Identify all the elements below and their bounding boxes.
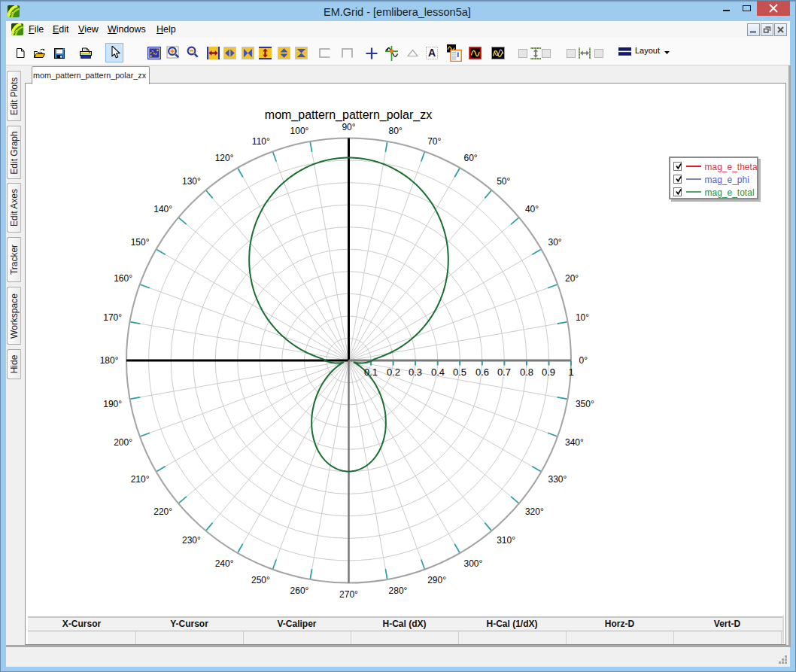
svg-text:280°: 280° (389, 585, 408, 596)
svg-text:170°: 170° (103, 312, 122, 323)
svg-text:1: 1 (568, 366, 573, 378)
svg-text:160°: 160° (114, 273, 132, 284)
svg-text:0.7: 0.7 (497, 366, 511, 378)
svg-text:290°: 290° (427, 575, 446, 585)
svg-text:0.3: 0.3 (409, 366, 422, 378)
svg-text:190°: 190° (103, 399, 122, 409)
svg-text:0.5: 0.5 (453, 366, 466, 378)
svg-text:0.4: 0.4 (431, 366, 445, 378)
svg-text:250°: 250° (251, 575, 270, 585)
svg-text:0.9: 0.9 (542, 366, 555, 378)
svg-text:70°: 70° (427, 136, 441, 147)
svg-text:180°: 180° (100, 355, 119, 366)
svg-text:0.1: 0.1 (364, 366, 378, 378)
svg-text:100°: 100° (290, 126, 309, 136)
svg-text:260°: 260° (290, 585, 309, 596)
svg-text:350°: 350° (576, 399, 594, 409)
svg-text:30°: 30° (548, 237, 562, 248)
svg-text:210°: 210° (131, 474, 150, 485)
svg-text:340°: 340° (565, 437, 584, 448)
svg-text:A: A (428, 47, 436, 59)
svg-text:60°: 60° (464, 153, 478, 163)
svg-text:90°: 90° (342, 122, 355, 132)
svg-text:50°: 50° (497, 176, 510, 187)
svg-text:220°: 220° (153, 506, 172, 517)
svg-text:300°: 300° (464, 558, 483, 569)
svg-text:330°: 330° (548, 474, 567, 485)
svg-text:150°: 150° (131, 237, 150, 248)
svg-text:80°: 80° (389, 126, 403, 136)
svg-text:120°: 120° (215, 153, 234, 163)
svg-text:10°: 10° (576, 312, 589, 323)
svg-text:110°: 110° (252, 136, 270, 147)
svg-text:230°: 230° (182, 535, 201, 546)
svg-text:310°: 310° (497, 535, 515, 546)
svg-text:0.2: 0.2 (387, 366, 400, 378)
svg-text:20°: 20° (565, 273, 579, 284)
svg-text:130°: 130° (182, 176, 201, 187)
svg-text:320°: 320° (525, 506, 544, 517)
svg-text:0.8: 0.8 (520, 366, 533, 378)
svg-text:270°: 270° (339, 589, 358, 600)
svg-text:200°: 200° (114, 437, 132, 448)
svg-text:40°: 40° (525, 204, 539, 214)
svg-text:0°: 0° (579, 355, 588, 366)
svg-text:240°: 240° (215, 558, 234, 569)
svg-text:0.6: 0.6 (475, 366, 489, 378)
svg-text:140°: 140° (153, 204, 172, 214)
